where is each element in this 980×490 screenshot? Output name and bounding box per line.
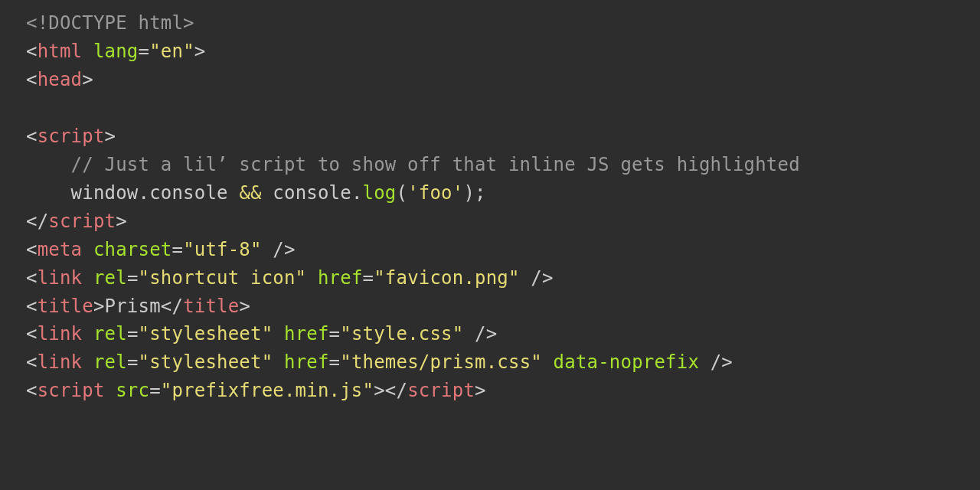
line-script-open: <script> <box>26 126 116 147</box>
line-link-favicon: <link rel="shortcut icon" href="favicon.… <box>26 267 554 289</box>
line-link-prism: <link rel="stylesheet" href="themes/pris… <box>26 351 733 373</box>
line-title: <title>Prism</title> <box>26 296 250 317</box>
line-html-open: <html lang="en"> <box>26 41 205 62</box>
line-js-code: window.console && console.log('foo'); <box>26 182 486 204</box>
line-doctype: <!DOCTYPE html> <box>26 12 194 34</box>
line-meta: <meta charset="utf-8" /> <box>26 239 296 260</box>
line-head-open: <head> <box>26 69 93 90</box>
line-link-style: <link rel="stylesheet" href="style.css" … <box>26 323 497 345</box>
line-js-comment: // Just a lil’ script to show off that i… <box>26 154 800 175</box>
line-script-close: </script> <box>26 211 127 232</box>
code-block: <!DOCTYPE html> <html lang="en"> <head> … <box>0 0 980 405</box>
line-script-prefixfree: <script src="prefixfree.min.js"></script… <box>26 380 486 401</box>
